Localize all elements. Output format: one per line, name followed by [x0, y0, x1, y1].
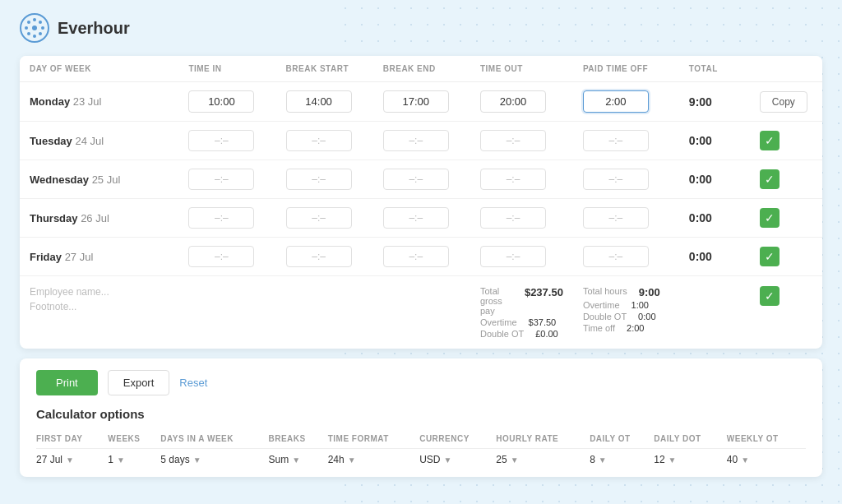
time-out-cell[interactable]: –:–: [470, 122, 573, 160]
pto-cell[interactable]: –:–: [573, 238, 679, 276]
break-end-cell[interactable]: [373, 82, 470, 122]
double-ot-hours-value: 0:00: [638, 312, 655, 321]
break-start-cell-input[interactable]: [286, 90, 352, 113]
action-cell[interactable]: ✓: [750, 199, 822, 238]
app-header: Everhour: [20, 13, 822, 43]
check-icon[interactable]: ✓: [760, 169, 780, 189]
break-start-cell[interactable]: –:–: [276, 122, 373, 160]
double-ot-pay-value: £0.00: [535, 329, 558, 339]
check-icon[interactable]: ✓: [760, 208, 780, 228]
total-value: 9:00: [689, 95, 712, 109]
break-start-cell[interactable]: [276, 82, 373, 122]
pto-input[interactable]: [583, 90, 649, 113]
options-value-cell[interactable]: 1 ▼: [108, 449, 160, 466]
time-out-cell[interactable]: –:–: [470, 160, 573, 199]
options-value-row: 27 Jul ▼1 ▼5 days ▼Sum ▼24h ▼USD ▼25 ▼8 …: [36, 449, 806, 466]
time-out-cell[interactable]: [470, 82, 573, 122]
options-value-cell[interactable]: 27 Jul ▼: [36, 449, 108, 466]
break-end-cell-placeholder[interactable]: –:–: [383, 246, 449, 267]
break-end-cell[interactable]: –:–: [373, 160, 470, 199]
options-value-cell[interactable]: 8 ▼: [590, 449, 654, 466]
break-end-cell-input[interactable]: [383, 90, 449, 113]
time-in-cell[interactable]: –:–: [178, 160, 275, 199]
pto-placeholder[interactable]: –:–: [583, 246, 649, 267]
options-value-cell[interactable]: 12 ▼: [654, 449, 727, 466]
break-end-cell[interactable]: –:–: [373, 122, 470, 160]
day-cell: Tuesday 24 Jul: [20, 122, 178, 160]
time-out-cell-placeholder[interactable]: –:–: [480, 246, 546, 267]
app-name: Everhour: [58, 19, 130, 38]
time-in-cell-placeholder[interactable]: –:–: [188, 246, 254, 267]
options-value-cell[interactable]: 24h ▼: [328, 449, 420, 466]
break-start-cell[interactable]: –:–: [276, 238, 373, 276]
time-in-cell-placeholder[interactable]: –:–: [188, 207, 254, 229]
pto-placeholder[interactable]: –:–: [583, 169, 649, 190]
options-col-header: First day: [36, 429, 108, 449]
gross-pay-value: $237.50: [525, 286, 563, 316]
options-value-cell[interactable]: 5 days ▼: [160, 449, 268, 466]
time-out-cell[interactable]: –:–: [470, 199, 573, 238]
reset-link[interactable]: Reset: [179, 377, 207, 389]
options-col-header: Time format: [328, 429, 420, 449]
break-end-cell-placeholder[interactable]: –:–: [383, 207, 449, 229]
time-in-cell-placeholder[interactable]: –:–: [188, 169, 254, 190]
pto-placeholder[interactable]: –:–: [583, 207, 649, 229]
action-cell[interactable]: ✓: [750, 160, 822, 199]
options-value-cell[interactable]: 40 ▼: [727, 449, 806, 466]
total-cell: 0:00: [679, 122, 750, 160]
options-value-cell[interactable]: USD ▼: [419, 449, 496, 466]
action-cell[interactable]: ✓: [750, 122, 822, 160]
time-in-cell[interactable]: –:–: [178, 199, 275, 238]
break-start-cell-placeholder[interactable]: –:–: [286, 169, 352, 190]
time-in-cell-input[interactable]: [188, 90, 254, 113]
time-in-cell-placeholder[interactable]: –:–: [188, 130, 254, 151]
copy-button[interactable]: Copy: [760, 91, 807, 113]
footer-row: Employee name... Footnote... Total gross…: [20, 276, 822, 349]
footer-check-icon[interactable]: ✓: [760, 286, 780, 306]
time-out-cell-placeholder[interactable]: –:–: [480, 169, 546, 190]
time-in-cell[interactable]: [178, 82, 275, 122]
pto-cell[interactable]: –:–: [573, 199, 679, 238]
day-cell: Wednesday 25 Jul: [20, 160, 178, 199]
check-icon[interactable]: ✓: [760, 131, 780, 150]
options-value-cell[interactable]: Sum ▼: [268, 449, 327, 466]
pto-cell[interactable]: –:–: [573, 122, 679, 160]
export-button[interactable]: Export: [108, 370, 170, 395]
time-out-cell-placeholder[interactable]: –:–: [480, 130, 546, 151]
table-row: Tuesday 24 Jul–:––:––:––:––:–0:00✓: [20, 122, 822, 160]
overtime-pay-value: $37.50: [529, 317, 557, 327]
break-end-cell[interactable]: –:–: [373, 238, 470, 276]
options-col-header: Hourly rate: [496, 429, 590, 449]
break-start-cell-placeholder[interactable]: –:–: [286, 246, 352, 267]
spacer-cell: [276, 276, 470, 349]
time-in-cell[interactable]: –:–: [178, 238, 275, 276]
time-in-cell[interactable]: –:–: [178, 122, 275, 160]
action-cell[interactable]: ✓: [750, 238, 822, 276]
break-end-cell-placeholder[interactable]: –:–: [383, 130, 449, 151]
footer-check-cell[interactable]: ✓: [750, 276, 822, 349]
break-start-cell-placeholder[interactable]: –:–: [286, 130, 352, 151]
timesheet-table: Day of Week Time In Break Start Break En…: [20, 56, 822, 349]
break-end-cell-placeholder[interactable]: –:–: [383, 169, 449, 190]
pto-placeholder[interactable]: –:–: [583, 130, 649, 151]
action-cell[interactable]: Copy: [750, 82, 822, 122]
check-icon[interactable]: ✓: [760, 247, 780, 266]
options-value-cell[interactable]: 25 ▼: [496, 449, 590, 466]
time-out-cell[interactable]: –:–: [470, 238, 573, 276]
break-end-cell[interactable]: –:–: [373, 199, 470, 238]
employee-name: Employee name...: [30, 286, 266, 298]
time-out-cell-input[interactable]: [480, 90, 546, 113]
break-start-cell[interactable]: –:–: [276, 160, 373, 199]
employee-section: Employee name... Footnote...: [20, 276, 276, 349]
overtime-hours-label: Overtime: [583, 300, 620, 310]
options-col-header: Daily DOT: [654, 429, 727, 449]
break-start-cell[interactable]: –:–: [276, 199, 373, 238]
break-start-cell-placeholder[interactable]: –:–: [286, 207, 352, 229]
total-cell: 0:00: [679, 160, 750, 199]
pto-cell[interactable]: [573, 82, 679, 122]
total-hours-value: 9:00: [639, 286, 660, 298]
time-off-hours-label: Time off: [583, 323, 615, 333]
time-out-cell-placeholder[interactable]: –:–: [480, 207, 546, 229]
print-button[interactable]: Print: [36, 370, 98, 395]
pto-cell[interactable]: –:–: [573, 160, 679, 199]
